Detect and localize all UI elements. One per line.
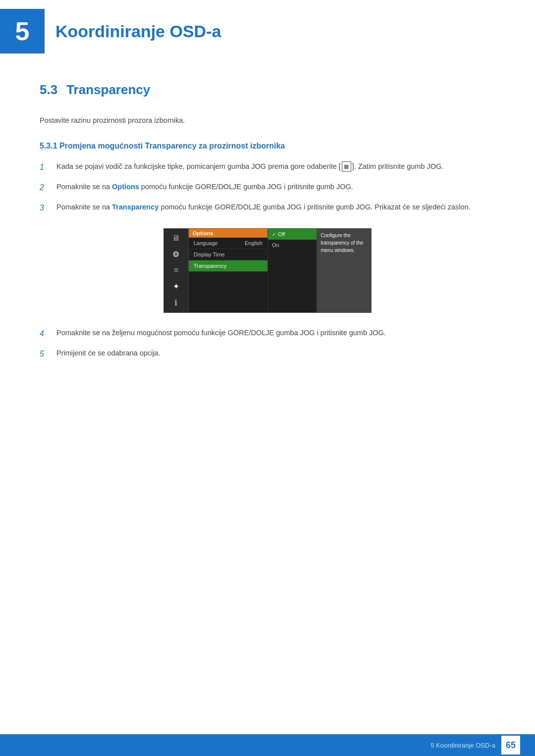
steps-after-list: 4 Pomaknite se na željenu mogućnost pomo… bbox=[40, 327, 495, 360]
chapter-number: 5 bbox=[15, 16, 30, 46]
step-1-number: 1 bbox=[40, 160, 54, 174]
step-5-text: Primijenit će se odabrana opcija. bbox=[56, 347, 495, 359]
osd-menu-displaytime-label: Display Time bbox=[194, 252, 225, 257]
subsection-title-text: Promjena mogućnosti Transparency za proz… bbox=[59, 142, 285, 150]
osd-submenu-off: ✓ Off bbox=[268, 229, 317, 240]
osd-icon-lines: ≡ bbox=[174, 266, 178, 275]
osd-menu-displaytime: Display Time bbox=[189, 249, 268, 260]
chapter-header: 5 Koordiniranje OSD-a bbox=[0, 0, 535, 62]
osd-icon-panel: 🖥 ⚙ ≡ ✦ ℹ bbox=[164, 229, 189, 312]
steps-list: 1 Kada se pojavi vodič za funkcijske tip… bbox=[40, 160, 495, 215]
step-3: 3 Pomaknite se na Transparency pomoću fu… bbox=[40, 201, 495, 214]
chapter-title: Koordiniranje OSD-a bbox=[55, 22, 221, 41]
osd-icon-info: ℹ bbox=[174, 298, 177, 307]
section-number: 5.3 bbox=[40, 82, 57, 97]
footer-text: 5 Koordiniranje OSD-a bbox=[430, 742, 495, 749]
step-1: 1 Kada se pojavi vodič za funkcijske tip… bbox=[40, 160, 495, 174]
main-content: 5.3Transparency Postavite razinu prozirn… bbox=[0, 62, 535, 395]
section-title-text: Transparency bbox=[66, 82, 150, 97]
step-4: 4 Pomaknite se na željenu mogućnost pomo… bbox=[40, 327, 495, 340]
osd-submenu-on-label: On bbox=[272, 242, 279, 248]
checkmark-icon: ✓ bbox=[272, 232, 276, 237]
osd-menu-transparency-label: Transparency bbox=[194, 263, 227, 269]
osd-menu-panel: Options Language English Display Time Tr… bbox=[189, 229, 268, 312]
step-3-number: 3 bbox=[40, 201, 54, 214]
osd-menu-language: Language English bbox=[189, 238, 268, 249]
step-5-number: 5 bbox=[40, 347, 54, 360]
step-3-bold: Transparency bbox=[112, 203, 159, 211]
section-title: 5.3Transparency bbox=[40, 82, 495, 101]
osd-icon-monitor: 🖥 bbox=[172, 234, 180, 243]
chapter-number-box: 5 bbox=[0, 9, 45, 53]
step-4-text: Pomaknite se na željenu mogućnost pomoću… bbox=[56, 327, 495, 339]
osd-container: 🖥 ⚙ ≡ ✦ ℹ Options Language English Displ… bbox=[40, 228, 495, 313]
osd-submenu-panel: ✓ Off On bbox=[268, 229, 317, 312]
step-3-text: Pomaknite se na Transparency pomoću funk… bbox=[56, 201, 495, 213]
osd-tooltip-text: Configure the transparency of the menu w… bbox=[321, 233, 363, 253]
step-2-number: 2 bbox=[40, 181, 54, 194]
osd-screenshot: 🖥 ⚙ ≡ ✦ ℹ Options Language English Displ… bbox=[163, 228, 372, 313]
osd-submenu-off-label: Off bbox=[278, 231, 285, 237]
footer-page-number: 65 bbox=[501, 736, 520, 755]
step-1-text: Kada se pojavi vodič za funkcijske tipke… bbox=[56, 160, 495, 173]
osd-menu-language-label: Language bbox=[194, 240, 218, 246]
grid-icon: ▦ bbox=[342, 161, 351, 172]
osd-icon-settings: ⚙ bbox=[172, 250, 179, 259]
osd-submenu-on: On bbox=[268, 240, 317, 251]
page-footer: 5 Koordiniranje OSD-a 65 bbox=[0, 734, 535, 756]
step-5: 5 Primijenit će se odabrana opcija. bbox=[40, 347, 495, 360]
step-4-number: 4 bbox=[40, 327, 54, 340]
intro-text: Postavite razinu prozirnosti prozora izb… bbox=[40, 114, 495, 127]
step-2: 2 Pomaknite se na Options pomoću funkcij… bbox=[40, 181, 495, 194]
osd-tooltip: Configure the transparency of the menu w… bbox=[317, 229, 371, 312]
osd-icon-gear: ✦ bbox=[173, 282, 179, 291]
subsection-title: 5.3.1 Promjena mogućnosti Transparency z… bbox=[40, 142, 495, 151]
osd-menu-transparency: Transparency bbox=[189, 260, 268, 272]
step-2-text: Pomaknite se na Options pomoću funkcije … bbox=[56, 181, 495, 193]
step-2-bold: Options bbox=[112, 183, 139, 191]
subsection-number: 5.3.1 bbox=[40, 142, 57, 150]
osd-menu-header: Options bbox=[189, 229, 268, 238]
osd-menu-language-value: English bbox=[245, 240, 263, 246]
